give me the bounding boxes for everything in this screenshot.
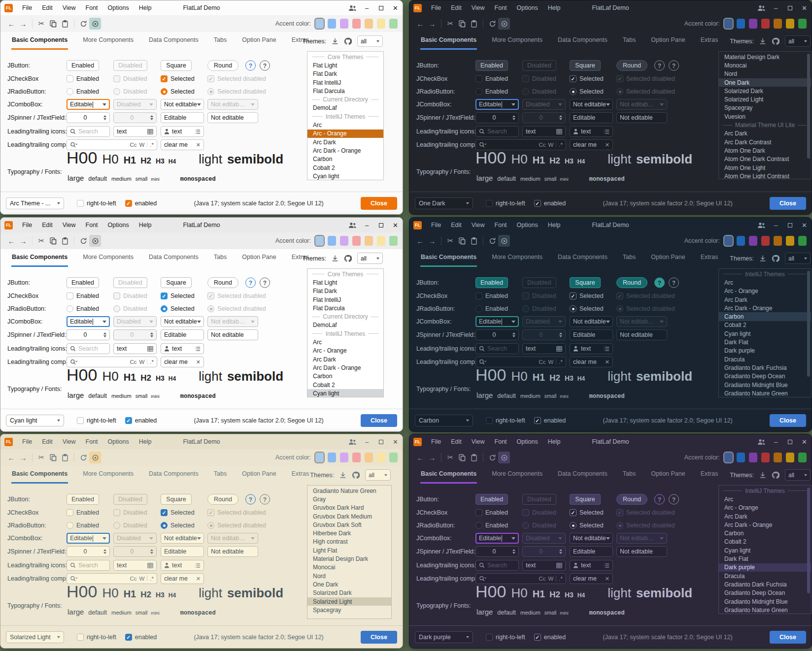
- theme-list-item[interactable]: Carbon: [307, 155, 383, 163]
- github-icon[interactable]: [772, 255, 779, 262]
- match-case-toggle[interactable]: Cc: [539, 359, 545, 365]
- theme-list-item[interactable]: Cobalt 2: [307, 381, 383, 389]
- theme-list-item[interactable]: Dark Flat: [719, 554, 811, 563]
- minimize-button[interactable]: –: [360, 218, 374, 232]
- right-to-left-checkbox[interactable]: right-to-left: [486, 200, 525, 207]
- theme-list-item[interactable]: Cobalt 2: [719, 538, 811, 546]
- chevron-down-icon[interactable]: [197, 103, 201, 106]
- theme-list-item[interactable]: Arc: [719, 278, 811, 287]
- menu-font[interactable]: Font: [490, 438, 512, 445]
- tab-extras[interactable]: Extras: [700, 36, 718, 50]
- close-window-button[interactable]: ✕: [797, 218, 812, 232]
- accent-swatch[interactable]: [377, 19, 385, 29]
- theme-list[interactable]: Core ThemesFlat LightFlat DarkFlat Intel…: [307, 51, 384, 180]
- accent-swatch[interactable]: [749, 453, 757, 462]
- help-button[interactable]: ?: [654, 278, 665, 288]
- radio-enabled[interactable]: [475, 522, 482, 529]
- match-case-toggle[interactable]: Cc: [539, 142, 545, 148]
- menu-file[interactable]: File: [426, 438, 446, 445]
- whole-word-toggle[interactable]: W: [139, 359, 144, 365]
- clear-icon[interactable]: ✕: [605, 576, 609, 582]
- menu-edit[interactable]: Edit: [37, 222, 58, 228]
- theme-selector-combobox[interactable]: One Dark: [415, 197, 473, 209]
- menu-help[interactable]: Help: [134, 222, 157, 228]
- copy-icon[interactable]: [47, 235, 59, 247]
- forward-icon[interactable]: →: [426, 18, 438, 30]
- github-icon[interactable]: [344, 255, 352, 262]
- theme-selector-combobox[interactable]: Solarized Light: [6, 631, 64, 643]
- user-list-input[interactable]: text: [570, 343, 613, 354]
- round-button[interactable]: Round: [616, 277, 647, 288]
- combobox-editable[interactable]: Editable: [67, 99, 110, 110]
- theme-list-item[interactable]: Gradianto Deep Ocean: [719, 589, 811, 597]
- close-window-button[interactable]: ✕: [388, 0, 403, 15]
- help-button-secondary[interactable]: ?: [260, 278, 270, 288]
- help-button[interactable]: ?: [245, 278, 256, 288]
- theme-list-item[interactable]: Arc Dark: [719, 512, 811, 521]
- calendar-icon[interactable]: [147, 129, 153, 134]
- theme-list-item[interactable]: Dracula: [719, 355, 811, 363]
- theme-list-item[interactable]: Solarized Dark: [719, 87, 811, 95]
- tab-tabs[interactable]: Tabs: [622, 254, 636, 267]
- paste-icon[interactable]: [59, 235, 71, 247]
- whole-word-toggle[interactable]: W: [548, 359, 553, 365]
- theme-list-item[interactable]: Dark Flat: [719, 338, 811, 346]
- paste-icon[interactable]: [468, 18, 480, 30]
- cut-icon[interactable]: ✂: [444, 452, 456, 463]
- menu-file[interactable]: File: [17, 222, 37, 228]
- search-dropdown-icon[interactable]: [479, 359, 486, 365]
- combobox-not-editable[interactable]: Not editable: [161, 533, 204, 544]
- menu-file[interactable]: File: [426, 4, 446, 11]
- inspect-toggle[interactable]: [498, 452, 510, 463]
- calendar-input[interactable]: text: [113, 126, 157, 137]
- spinner-arrows[interactable]: [512, 332, 515, 337]
- theme-list-item[interactable]: Spacegray: [307, 606, 391, 614]
- github-icon[interactable]: [344, 37, 352, 45]
- radio-selected[interactable]: [161, 522, 168, 529]
- accent-swatch[interactable]: [340, 19, 348, 29]
- menu-font[interactable]: Font: [81, 438, 103, 445]
- square-button[interactable]: Square: [161, 494, 192, 505]
- theme-filter-combobox[interactable]: all: [365, 469, 391, 481]
- theme-list-item[interactable]: Cobalt 2: [719, 321, 811, 329]
- right-to-left-checkbox[interactable]: right-to-left: [77, 200, 116, 207]
- accent-swatch[interactable]: [365, 19, 373, 29]
- copy-icon[interactable]: [456, 452, 468, 463]
- regex-toggle[interactable]: .*: [150, 359, 154, 365]
- theme-selector-combobox[interactable]: Cyan light: [6, 415, 64, 426]
- users-icon[interactable]: [754, 434, 769, 449]
- accent-swatch[interactable]: [798, 236, 807, 246]
- title-bar[interactable]: FL File Edit View Font Options Help Flat…: [0, 0, 403, 15]
- menu-options[interactable]: Options: [512, 222, 543, 228]
- help-button[interactable]: ?: [245, 494, 256, 505]
- accent-swatch[interactable]: [377, 453, 385, 462]
- menu-options[interactable]: Options: [512, 438, 543, 445]
- theme-list-item[interactable]: Atom One Dark Contrast: [719, 155, 811, 163]
- radio-enabled[interactable]: [475, 88, 482, 95]
- theme-list-item[interactable]: Flat Dark: [307, 287, 383, 295]
- accent-swatch[interactable]: [724, 236, 733, 246]
- calendar-input[interactable]: text: [522, 126, 566, 137]
- accent-swatch[interactable]: [352, 19, 361, 29]
- copy-icon[interactable]: [47, 18, 59, 30]
- theme-list-item[interactable]: Dark purple: [719, 347, 811, 355]
- menu-help[interactable]: Help: [134, 438, 157, 445]
- calendar-input[interactable]: text: [522, 560, 566, 571]
- square-button[interactable]: Square: [570, 60, 601, 71]
- textfield-editable[interactable]: Editable: [570, 112, 613, 123]
- menu-help[interactable]: Help: [543, 438, 566, 445]
- theme-list-item[interactable]: Arc Dark - Orange: [719, 521, 811, 529]
- theme-filter-combobox[interactable]: all: [785, 469, 811, 481]
- theme-list-item[interactable]: Cyan light: [719, 546, 811, 554]
- menu-file[interactable]: File: [17, 4, 37, 11]
- calendar-icon[interactable]: [556, 562, 562, 568]
- download-icon[interactable]: [759, 255, 766, 262]
- enabled-button[interactable]: Enabled: [475, 494, 508, 505]
- inspect-toggle[interactable]: [89, 235, 101, 247]
- checkbox-selected[interactable]: ✓: [570, 293, 576, 299]
- square-button[interactable]: Square: [161, 60, 192, 71]
- chevron-down-icon[interactable]: [102, 537, 106, 540]
- chevron-down-icon[interactable]: [606, 321, 610, 323]
- menu-edit[interactable]: Edit: [37, 4, 58, 11]
- spinner-arrows[interactable]: [103, 332, 106, 337]
